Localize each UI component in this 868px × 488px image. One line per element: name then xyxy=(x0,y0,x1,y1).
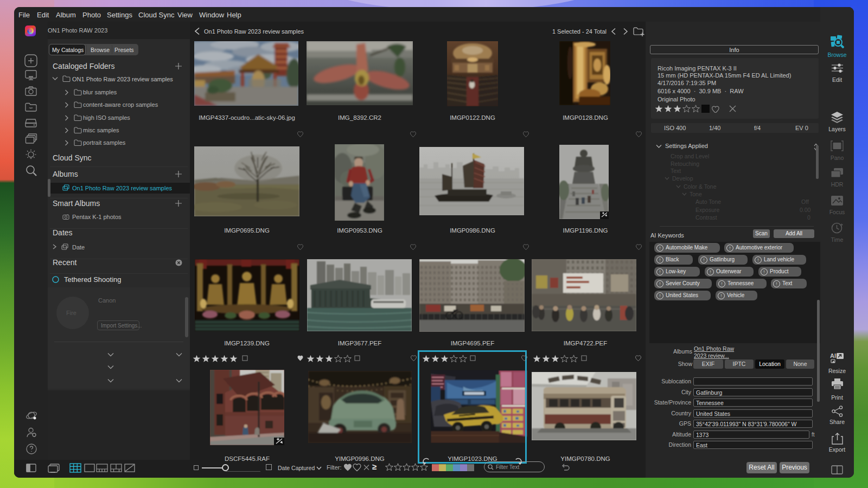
svg-text:AI: AI xyxy=(830,352,836,359)
